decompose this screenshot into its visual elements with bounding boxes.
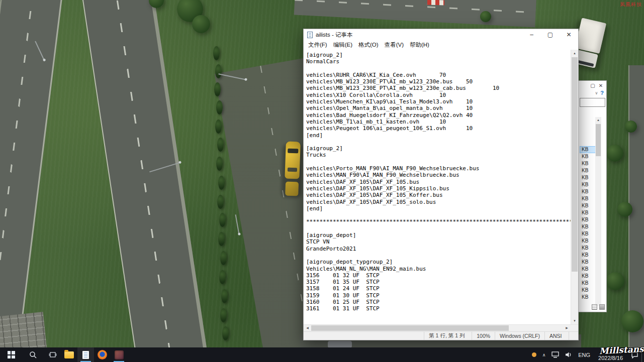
file-size-cell[interactable]: KB [580, 209, 596, 216]
file-size-cell[interactable]: KB [580, 223, 596, 230]
scroll-up-icon[interactable]: ▲ [571, 50, 578, 57]
tree [625, 120, 637, 133]
tree [215, 64, 222, 78]
zoom-level: 100% [472, 332, 495, 340]
help-icon[interactable]: ? [600, 90, 604, 96]
tree [216, 100, 223, 114]
top-right-watermark: 凤凰科技 [620, 1, 642, 8]
tree [213, 46, 220, 60]
editor-area: [aigroup_2] NormalCars vehicles\RUHR_CAR… [304, 50, 578, 324]
tree [221, 289, 228, 303]
tree [222, 326, 229, 340]
maximize-button[interactable]: ▢ [589, 82, 596, 89]
status-bar: 第 1 行, 第 1 列 100% Windows (CRLF) ANSI [304, 331, 578, 340]
file-size-cell[interactable]: KB [580, 273, 596, 280]
file-size-cell[interactable]: KB [580, 160, 596, 167]
game-taskbar-button[interactable] [111, 347, 127, 362]
explorer-scrollbar[interactable]: ▲ [595, 117, 601, 306]
scroll-left-icon[interactable]: ◀ [304, 325, 311, 331]
game-icon [115, 350, 124, 359]
search-input[interactable] [580, 98, 605, 107]
file-size-cell[interactable]: KB [580, 245, 596, 252]
car-body [285, 142, 301, 179]
windows-logo-icon [8, 351, 15, 358]
chevron-down-icon[interactable]: ∨ [595, 91, 598, 95]
maximize-button[interactable]: ▢ [541, 29, 560, 40]
close-button[interactable]: ✕ [597, 82, 604, 89]
file-size-cell[interactable]: KB [580, 146, 596, 153]
yellow-car [284, 141, 302, 197]
file-size-cell[interactable]: KB [580, 294, 596, 301]
menu-bar: 文件(F) 编辑(E) 格式(O) 查看(V) 帮助(H) [304, 40, 578, 50]
language-indicator[interactable]: ENG [575, 347, 593, 362]
file-size-cell[interactable]: KB [580, 188, 596, 195]
tree [218, 176, 225, 190]
hidden-icons-button[interactable]: ∧ [539, 347, 549, 362]
notepad-window: ailists - 记事本 – ▢ ✕ 文件(F) 编辑(E) 格式(O) 查看… [303, 29, 579, 340]
notepad-icon [307, 32, 313, 38]
vertical-scrollbar[interactable]: ▲ ▼ [571, 50, 578, 324]
close-button[interactable]: ✕ [560, 29, 578, 40]
menu-view[interactable]: 查看(V) [382, 40, 407, 50]
file-size-cell[interactable]: KB [580, 174, 596, 181]
scroll-down-icon[interactable]: ▼ [571, 317, 578, 324]
car-rear-window [288, 168, 297, 172]
tree [192, 15, 210, 33]
car-boot [285, 182, 299, 196]
start-button[interactable] [0, 347, 22, 362]
file-size-column: KBKBKBKBKBKBKBKBKBKBKBKBKBKBKBKBKBKBKBKB… [580, 146, 596, 301]
file-size-cell[interactable]: KB [580, 280, 596, 287]
notification-dot[interactable] [529, 347, 539, 362]
menu-edit[interactable]: 编辑(E) [330, 40, 355, 50]
tree [214, 82, 221, 96]
tree [621, 310, 643, 332]
file-size-cell[interactable]: KB [580, 259, 596, 266]
task-view-button[interactable] [44, 347, 61, 362]
thumbnail-view-icon[interactable] [599, 304, 605, 310]
tree [606, 145, 623, 162]
file-size-cell[interactable]: KB [580, 230, 596, 237]
file-size-cell[interactable]: KB [580, 181, 596, 188]
encoding: ANSI [544, 332, 569, 340]
file-size-cell[interactable]: KB [580, 153, 596, 160]
file-size-cell[interactable]: KB [580, 237, 596, 245]
title-bar[interactable]: ailists - 记事本 – ▢ ✕ [304, 29, 578, 40]
file-size-cell[interactable]: KB [580, 287, 596, 294]
file-explorer-button[interactable] [61, 347, 77, 362]
file-size-cell[interactable]: KB [580, 195, 596, 202]
scroll-right-icon[interactable]: ▶ [563, 325, 571, 331]
menu-help[interactable]: 帮助(H) [407, 40, 432, 50]
file-size-cell[interactable]: KB [580, 216, 596, 223]
tree [617, 202, 632, 217]
tree [217, 195, 224, 209]
scrollbar-thumb[interactable] [596, 124, 601, 156]
network-button[interactable] [548, 347, 562, 362]
search-button[interactable] [22, 347, 44, 362]
speaker-icon [565, 351, 572, 358]
desktop: ▢ ✕ ∨ ? KBKBKBKBKBKBKBKBKBKBKBKBKBKBKBKB… [0, 0, 644, 362]
file-size-cell[interactable]: KB [580, 266, 596, 273]
file-size-cell[interactable]: KB [580, 252, 596, 259]
window-title: ailists - 记事本 [316, 31, 519, 39]
search-icon [29, 351, 37, 359]
taskbar: ∧ ENG 2022/8/16 [0, 347, 644, 362]
background-explorer-window[interactable]: ▢ ✕ ∨ ? KBKBKBKBKBKBKBKBKBKBKBKBKBKBKBKB… [578, 80, 607, 312]
scrollbar-thumb[interactable] [311, 325, 509, 331]
browser-button[interactable] [94, 347, 111, 362]
file-size-cell[interactable]: KB [580, 202, 596, 209]
scrollbar-thumb[interactable] [572, 57, 578, 272]
file-size-cell[interactable]: KB [580, 167, 596, 174]
text-editor[interactable]: [aigroup_2] NormalCars vehicles\RUHR_CAR… [304, 50, 571, 324]
tree [480, 11, 491, 22]
menu-format[interactable]: 格式(O) [355, 40, 382, 50]
notepad-taskbar-button[interactable] [77, 347, 94, 362]
scroll-up-icon[interactable]: ▲ [595, 117, 601, 123]
minimize-button[interactable]: – [522, 29, 541, 40]
volume-button[interactable] [562, 347, 575, 362]
menu-file[interactable]: 文件(F) [305, 40, 330, 50]
cursor-position: 第 1 行, 第 1 列 [424, 332, 472, 340]
horizontal-scrollbar[interactable]: ◀ ▶ [304, 324, 578, 331]
status-spacer [569, 332, 578, 340]
window-controls: ▢ ✕ [579, 81, 606, 89]
details-view-icon[interactable] [592, 304, 597, 310]
